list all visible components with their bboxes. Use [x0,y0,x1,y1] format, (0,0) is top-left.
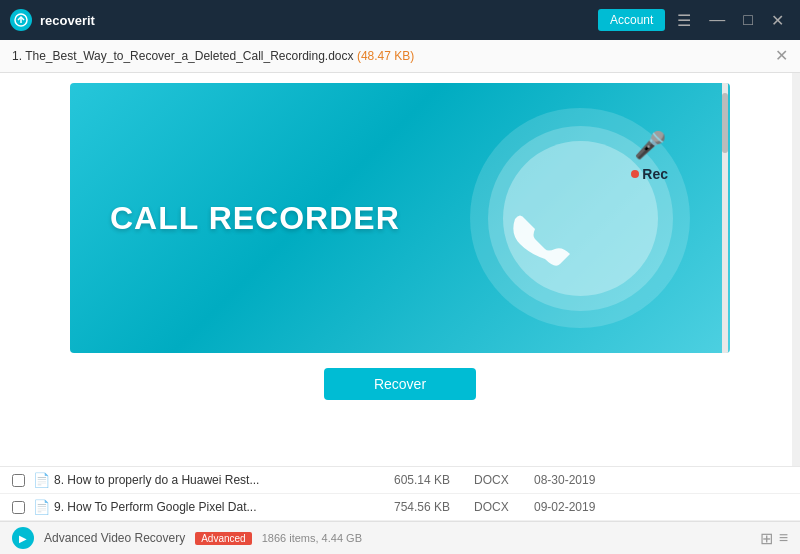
minimize-button[interactable]: — [703,9,731,31]
file-type-9: DOCX [474,500,534,514]
close-preview-button[interactable]: ✕ [775,48,788,64]
phone-circle-graphic: 🎤 Rec [470,108,690,328]
app-logo-icon [10,9,32,31]
rec-badge: Rec [631,166,668,182]
app-title: recoverit [40,13,95,28]
advanced-badge: Advanced [195,532,251,545]
status-left: ▶ Advanced Video Recovery Advanced 1866 … [12,527,362,549]
phone-handset-icon [490,204,580,298]
scrollbar-track[interactable] [722,83,728,353]
status-bar: ▶ Advanced Video Recovery Advanced 1866 … [0,521,800,554]
grid-view-icon[interactable]: ⊞ [760,529,773,548]
title-bar-right: Account ☰ — □ ✕ [598,9,790,32]
file-date-8: 08-30-2019 [534,473,624,487]
file-size-badge: (48.47 KB) [357,49,414,63]
mic-rec-area: 🎤 Rec [631,130,668,182]
file-name-8: 8. How to properly do a Huawei Rest... [54,473,394,487]
file-list: 📄 8. How to properly do a Huawei Rest...… [0,466,800,521]
rec-dot [631,170,639,178]
doc-icon-8: 📄 [33,472,50,488]
video-recovery-icon: ▶ [12,527,34,549]
table-row: 📄 8. How to properly do a Huawei Rest...… [0,467,800,494]
main-content: 1. The_Best_Way_to_Recover_a_Deleted_Cal… [0,40,800,554]
preview-filename: 1. The_Best_Way_to_Recover_a_Deleted_Cal… [12,49,414,63]
close-button[interactable]: ✕ [765,9,790,32]
microphone-icon: 🎤 [634,130,666,161]
account-button[interactable]: Account [598,9,665,31]
menu-button[interactable]: ☰ [671,9,697,32]
advanced-video-label: Advanced Video Recovery [44,531,185,545]
preview-area: CALL RECORDER 🎤 [0,73,800,466]
file-checkbox-9[interactable] [12,501,25,514]
file-size-9: 754.56 KB [394,500,474,514]
title-bar-left: recoverit [10,9,95,31]
file-checkbox-8[interactable] [12,474,25,487]
recover-preview-button[interactable]: Recover [324,368,476,400]
preview-image: CALL RECORDER 🎤 [70,83,730,353]
table-row: 📄 9. How To Perform Google Pixel Dat... … [0,494,800,521]
file-type-8: DOCX [474,473,534,487]
call-recorder-title: CALL RECORDER [110,200,400,237]
items-count: 1866 items, 4.44 GB [262,532,362,544]
scrollbar-thumb [722,93,728,153]
maximize-button[interactable]: □ [737,9,759,31]
list-view-icon[interactable]: ≡ [779,529,788,547]
title-bar: recoverit Account ☰ — □ ✕ [0,0,800,40]
file-size-8: 605.14 KB [394,473,474,487]
file-name-9: 9. How To Perform Google Pixel Dat... [54,500,394,514]
status-right: ⊞ ≡ [760,529,788,548]
file-date-9: 09-02-2019 [534,500,624,514]
doc-icon-9: 📄 [33,499,50,515]
preview-header: 1. The_Best_Way_to_Recover_a_Deleted_Cal… [0,40,800,73]
